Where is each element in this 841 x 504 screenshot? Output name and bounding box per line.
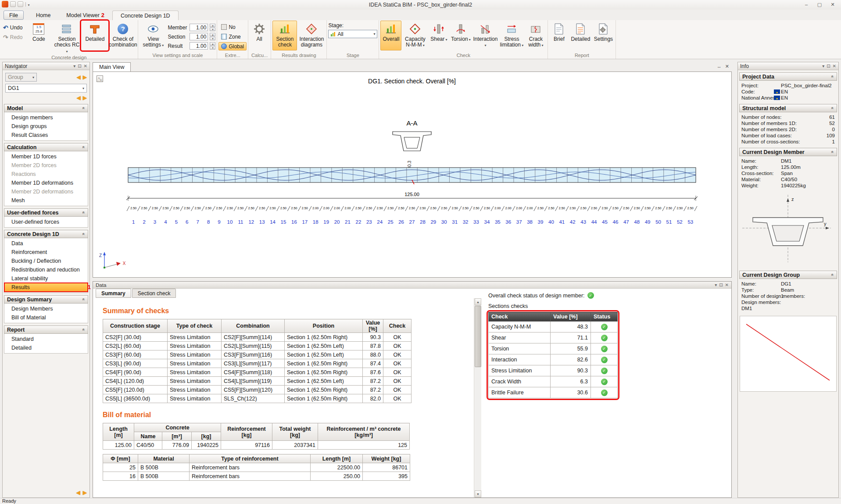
- check-row[interactable]: Stress Limitation 90.3: [489, 365, 618, 376]
- no-extreme-button[interactable]: No: [218, 23, 247, 31]
- shear-check-button[interactable]: Shear: [429, 21, 449, 50]
- reinforcement-row[interactable]: 16 B 500B Reinforcement bars 250.00 395: [103, 472, 410, 481]
- member-scale-input[interactable]: 1.00: [190, 24, 208, 31]
- project-data-section[interactable]: Project Data: [739, 72, 837, 81]
- navigator-item[interactable]: Redistribution and reduction: [4, 265, 88, 274]
- navigator-item[interactable]: Mesh: [4, 196, 88, 205]
- navigator-item[interactable]: Result Classes: [4, 131, 88, 139]
- brief-report-button[interactable]: Brief: [549, 21, 569, 50]
- navigator-item[interactable]: Reactions: [4, 170, 88, 179]
- navigator-item[interactable]: Buckling / Deflection: [4, 257, 88, 265]
- tab-home[interactable]: Home: [28, 11, 58, 20]
- current-design-member-section[interactable]: Current Design Member: [739, 148, 837, 156]
- navigator-section-model[interactable]: Model: [4, 104, 88, 112]
- redo-button[interactable]: Redo: [3, 33, 22, 41]
- crack-width-button[interactable]: Crack width: [525, 21, 546, 50]
- chevron-down-icon[interactable]: [715, 282, 717, 287]
- summary-table-row[interactable]: CS5[L] (36500.0d) Stress Limitation SLS_…: [103, 394, 412, 403]
- maximize-button[interactable]: [813, 0, 826, 9]
- check-row[interactable]: Brittle Failure 30.6: [489, 387, 618, 398]
- zone-extreme-button[interactable]: Zone: [218, 32, 247, 41]
- dock-icon[interactable]: [717, 64, 722, 69]
- previous-arrow-icon[interactable]: [77, 74, 81, 80]
- open-icon[interactable]: [10, 1, 16, 7]
- check-row[interactable]: Interaction 82.6: [489, 354, 618, 365]
- customize-toolbar-icon[interactable]: [28, 1, 30, 7]
- navigator-item[interactable]: Member 1D forces: [4, 152, 88, 161]
- tab-model-viewer[interactable]: Model Viewer 2: [58, 11, 112, 20]
- check-row[interactable]: Crack Width 6.3: [489, 376, 618, 387]
- navigator-section-design-summary[interactable]: Design Summary: [4, 295, 88, 304]
- stress-limitation-button[interactable]: Stress limitation: [499, 21, 524, 50]
- navigator-section-report[interactable]: Report: [4, 325, 88, 334]
- summary-table-row[interactable]: CS2[F] (30.0d) Stress Limitation CS2[F][…: [103, 333, 412, 342]
- summary-table-row[interactable]: CS4[L] (120.0d) Stress Limitation CS4[L]…: [103, 377, 412, 386]
- pin-icon[interactable]: [827, 64, 830, 68]
- navigator-item[interactable]: Bill of Material: [4, 313, 88, 322]
- torsion-check-button[interactable]: Torsion: [450, 21, 472, 50]
- structural-model-section[interactable]: Structural model: [739, 104, 837, 112]
- app-icon[interactable]: [2, 1, 8, 7]
- next-arrow-icon[interactable]: [83, 490, 87, 496]
- capacity-nmm-button[interactable]: Capacity N-M-M: [402, 21, 428, 50]
- calculate-all-button[interactable]: All: [250, 21, 269, 50]
- check-row[interactable]: Shear 71.1: [489, 332, 618, 343]
- navigator-section-concrete-design[interactable]: Concrete Design 1D: [4, 230, 88, 238]
- reinforcement-row[interactable]: 25 B 500B Reinforcement bars 22500.00 86…: [103, 463, 410, 472]
- check-row[interactable]: Torsion 55.9: [489, 343, 618, 354]
- view-settings-button[interactable]: View settings: [140, 21, 167, 50]
- current-design-group-section[interactable]: Current Design Group: [739, 271, 837, 279]
- stage-dropdown[interactable]: All: [328, 30, 377, 38]
- navigator-item[interactable]: Member 1D deformations: [4, 179, 88, 187]
- close-button[interactable]: [826, 0, 839, 9]
- navigator-item[interactable]: Member 2D forces: [4, 161, 88, 170]
- next-arrow-icon[interactable]: [83, 74, 87, 80]
- report-settings-button[interactable]: Settings: [592, 21, 614, 50]
- tab-concrete-design-1d[interactable]: Concrete Design 1D: [112, 11, 179, 20]
- fit-view-icon[interactable]: [97, 75, 103, 82]
- summary-table-row[interactable]: CS4[F] (90.0d) Stress Limitation CS4[F][…: [103, 368, 412, 377]
- result-scale-input[interactable]: 1.00: [190, 42, 208, 50]
- check-row[interactable]: Capacity N-M-M 48.3: [489, 322, 618, 332]
- data-tab[interactable]: Summary: [96, 289, 131, 298]
- section-check-drawing-button[interactable]: Section check: [272, 21, 297, 50]
- close-icon[interactable]: [725, 64, 729, 69]
- previous-arrow-icon[interactable]: [76, 490, 80, 496]
- section-checks-rc-button[interactable]: Section checks RC: [53, 21, 80, 54]
- chevron-down-icon[interactable]: [73, 64, 75, 68]
- close-icon[interactable]: [833, 64, 836, 68]
- tab-file[interactable]: File: [4, 11, 24, 20]
- navigator-item[interactable]: Standard: [4, 335, 88, 343]
- chevron-down-icon[interactable]: [822, 64, 824, 68]
- section-scale-input[interactable]: 1.00: [190, 33, 208, 40]
- result-scale-stepper[interactable]: [210, 42, 215, 50]
- navigator-item[interactable]: Reinforcement: [4, 248, 88, 257]
- summary-table-row[interactable]: CS3[L] (90.0d) Stress Limitation CS3[L][…: [103, 359, 412, 368]
- navigator-item[interactable]: Results1: [4, 283, 88, 292]
- scrollbar-thumb[interactable]: [475, 306, 481, 367]
- bom-row[interactable]: 125.00 C40/50 776.09 1940225 97116 20373…: [103, 441, 410, 450]
- navigator-section-calculation[interactable]: Calculation: [4, 143, 88, 151]
- data-scrollbar[interactable]: [474, 298, 481, 497]
- summary-table-row[interactable]: CS3[F] (60.0d) Stress Limitation CS3[F][…: [103, 350, 412, 359]
- interaction-diagrams-button[interactable]: Interaction diagrams: [298, 21, 325, 50]
- data-tab[interactable]: Section check: [132, 289, 176, 298]
- member-scale-stepper[interactable]: [210, 24, 215, 31]
- pin-icon[interactable]: [78, 64, 81, 68]
- navigator-item[interactable]: Design groups: [4, 122, 88, 131]
- close-icon[interactable]: [84, 64, 87, 68]
- detailed-button[interactable]: Detailed: [81, 21, 108, 50]
- minimize-button[interactable]: [800, 0, 813, 9]
- overall-check-button[interactable]: Overall: [380, 21, 401, 50]
- scroll-up-icon[interactable]: [475, 298, 481, 305]
- main-view-canvas[interactable]: DG1. Section check. Overall [%]A-A90.312…: [93, 71, 732, 278]
- tab-main-view[interactable]: Main View: [93, 62, 131, 72]
- navigator-item[interactable]: Design Members: [4, 304, 88, 313]
- code-button[interactable]: 1.525.8 Code: [25, 21, 52, 50]
- design-group-dropdown[interactable]: DG1: [5, 84, 87, 93]
- summary-table-row[interactable]: CS2[L] (60.0d) Stress Limitation CS2[L][…: [103, 342, 412, 350]
- pin-icon[interactable]: [719, 282, 723, 287]
- check-of-combination-button[interactable]: Check of combination: [109, 21, 136, 50]
- summary-table-row[interactable]: CS5[F] (120.0d) Stress Limitation CS5[F]…: [103, 386, 412, 394]
- scroll-down-icon[interactable]: [475, 490, 481, 497]
